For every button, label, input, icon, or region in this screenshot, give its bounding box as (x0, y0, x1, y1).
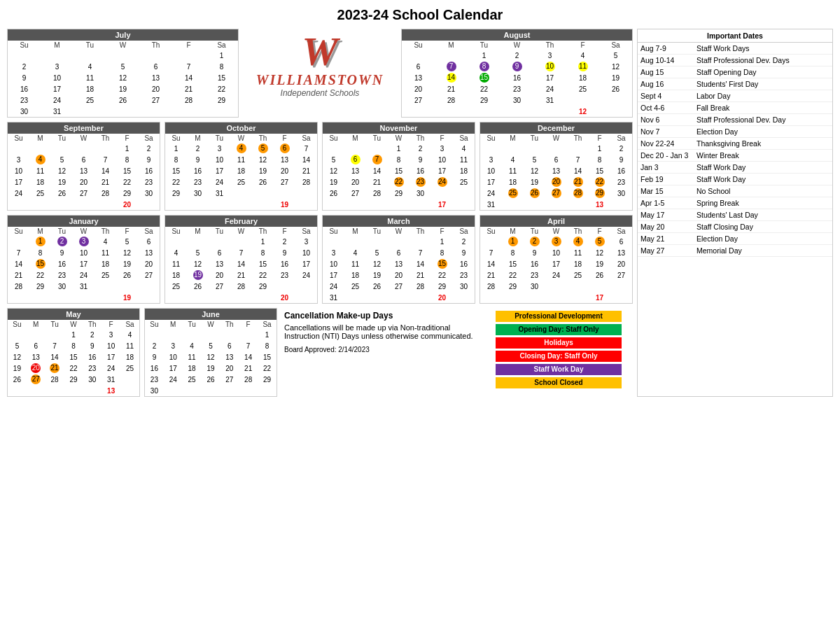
legend-closing-day: Closing Day: Staff Only (496, 351, 622, 362)
legend-prof-dev: Professional Development (496, 311, 622, 322)
board-approved-text: Board Approved: 2/14/2023 (284, 346, 486, 353)
calendar-january: January SuMTuWThFSa 123456 78910111213 1… (7, 215, 160, 304)
cancellation-title: Cancellation Make-up Days (284, 311, 486, 321)
calendar-march: March SuMTuWThFSa 12 3456789 10111213141… (322, 215, 475, 304)
important-dates-header: Important Dates (638, 29, 832, 43)
calendar-june: June SuMTuWThFSa 1 2345678 9101112131415… (144, 308, 277, 397)
legend-holidays: Holidays (496, 337, 622, 349)
legend-section: Professional Development Opening Day: St… (493, 308, 633, 393)
calendar-may: May SuMTuWThFSa 1234 567891011 121314151… (7, 308, 140, 397)
legend-school-closed: School Closed (496, 377, 622, 388)
cancellation-text: Cancellations will be made up via Non-tr… (284, 323, 486, 340)
month-header-august: August (402, 29, 632, 41)
legend-staff-work-day: Staff Work Day (496, 364, 622, 375)
calendar-april: April SuMTuWThFSa 123456 78910111213 141… (479, 215, 633, 304)
cancellation-section: Cancellation Make-up Days Cancellations … (281, 308, 489, 356)
important-dates-panel: Important Dates Aug 7-9Staff Work Days A… (637, 29, 833, 397)
calendar-november: November SuMTuWThFSa 1234 567891011 1213… (322, 122, 475, 211)
calendar-december: December SuMTuWThFSa 12 3456789 10111213… (479, 122, 633, 211)
legend-opening-day: Opening Day: Staff Only (496, 324, 622, 335)
calendar-october: October SuMTuWThFSa 1234567 891011121314… (164, 122, 318, 211)
month-header-july: July (8, 29, 238, 41)
calendar-july: July SuMTuWThFSa 1 2345678 9101112131415… (7, 29, 239, 118)
calendar-august: August SuMTuWThFSa 12345 6789101112 1314… (401, 29, 633, 118)
calendar-september: September SuMTuWThFSa 12 3456789 1011121… (7, 122, 160, 211)
calendar-february: February SuMTuWThFSa 123 45678910 111213… (164, 215, 318, 304)
page-title: 2023-24 School Calendar (7, 7, 833, 23)
school-logo: W WILLIAMSTOWN Independent Schools (243, 29, 397, 101)
